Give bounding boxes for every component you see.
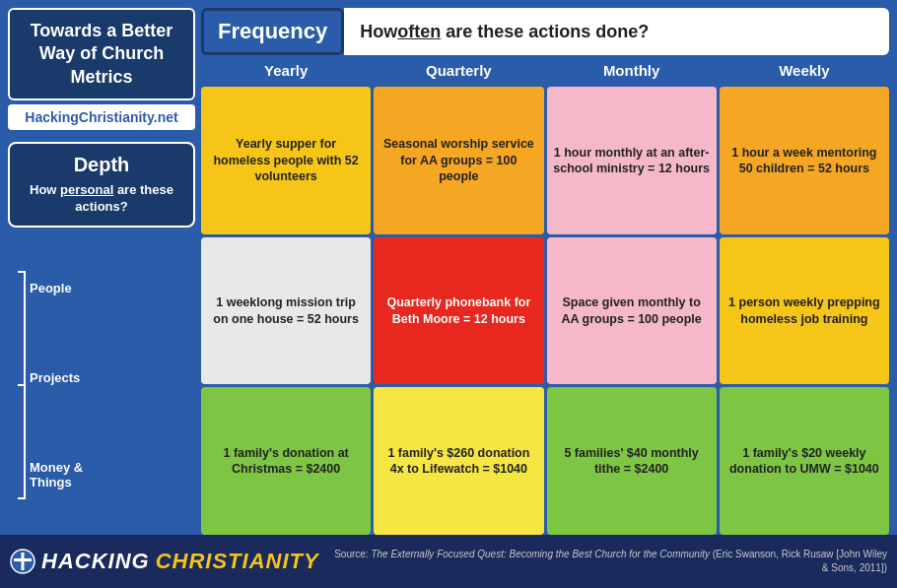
cell-money-monthly: 5 families' $40 monthly tithe = $2400 bbox=[547, 387, 717, 535]
col-header-quarterly: Quarterly bbox=[374, 57, 543, 84]
depth-description: How personal are these actions? bbox=[18, 182, 185, 216]
svg-rect-2 bbox=[14, 558, 32, 561]
grid-row-money: 1 family's donation at Christmas = $2400… bbox=[201, 387, 889, 535]
footer-logo: HACKING CHRISTIANITY bbox=[10, 549, 319, 574]
footer-source: Source: The Externally Focused Quest: Be… bbox=[327, 548, 887, 575]
cell-people-monthly: 1 hour monthly at an after-school minist… bbox=[547, 87, 717, 234]
footer-logo-text2: CHRISTIANITY bbox=[156, 549, 319, 574]
cell-projects-weekly: 1 person weekly prepping homeless job tr… bbox=[720, 237, 889, 385]
row-label-people: People bbox=[30, 281, 195, 295]
app-container: Towards a Better Way of Church Metrics H… bbox=[0, 0, 897, 588]
cross-icon bbox=[10, 549, 35, 574]
cell-people-weekly: 1 hour a week mentoring 50 children = 52… bbox=[720, 87, 889, 234]
col-header-weekly: Weekly bbox=[720, 57, 889, 84]
depth-bracket: People Projects Money &Things bbox=[8, 235, 195, 535]
cell-people-quarterly: Seasonal worship service for AA groups =… bbox=[374, 87, 543, 234]
frequency-question-box: How often are these actions done? bbox=[344, 8, 889, 55]
frequency-label-box: Frequency bbox=[201, 8, 344, 55]
col-header-yearly: Yearly bbox=[201, 57, 371, 84]
cell-money-yearly: 1 family's donation at Christmas = $2400 bbox=[201, 387, 371, 535]
depth-title: Depth bbox=[18, 154, 185, 176]
footer-logo-text: HACKING bbox=[41, 549, 150, 574]
grid-row-projects: 1 weeklong mission trip on one house = 5… bbox=[201, 237, 889, 385]
grid-rows: Yearly supper for homeless people with 5… bbox=[201, 87, 889, 535]
cell-people-yearly: Yearly supper for homeless people with 5… bbox=[201, 87, 371, 234]
col-header-monthly: Monthly bbox=[547, 57, 717, 84]
row-labels: People Projects Money &Things bbox=[30, 235, 195, 535]
cell-projects-yearly: 1 weeklong mission trip on one house = 5… bbox=[201, 237, 371, 385]
bracket-line bbox=[8, 235, 26, 535]
row-label-projects: Projects bbox=[30, 370, 195, 385]
row-label-money: Money &Things bbox=[30, 460, 195, 490]
bracket-mid-tick bbox=[18, 384, 26, 386]
website-label: HackingChristianity.net bbox=[25, 109, 177, 125]
cell-money-quarterly: 1 family's $260 donation 4x to Lifewatch… bbox=[374, 387, 543, 535]
column-headers: Yearly Quarterly Monthly Weekly bbox=[201, 57, 889, 84]
title-box: Towards a Better Way of Church Metrics bbox=[8, 8, 195, 100]
cell-projects-monthly: Space given monthly to AA groups = 100 p… bbox=[547, 237, 717, 385]
frequency-label: Frequency bbox=[218, 19, 327, 44]
main-area: Towards a Better Way of Church Metrics H… bbox=[0, 0, 897, 535]
right-panel: Frequency How often are these actions do… bbox=[201, 8, 889, 535]
bracket-bot-tick bbox=[18, 497, 26, 499]
cell-money-weekly: 1 family's $20 weekly donation to UMW = … bbox=[720, 387, 889, 535]
frequency-header-row: Frequency How often are these actions do… bbox=[201, 8, 889, 55]
bracket-top-tick bbox=[18, 271, 26, 273]
left-panel: Towards a Better Way of Church Metrics H… bbox=[8, 8, 195, 535]
depth-box: Depth How personal are these actions? bbox=[8, 142, 195, 228]
website-box: HackingChristianity.net bbox=[8, 104, 195, 130]
footer: HACKING CHRISTIANITY Source: The Externa… bbox=[0, 535, 897, 588]
depth-section: Depth How personal are these actions? Pe… bbox=[8, 142, 195, 535]
cell-projects-quarterly: Quarterly phonebank for Beth Moore = 12 … bbox=[374, 237, 543, 385]
main-title: Towards a Better Way of Church Metrics bbox=[31, 21, 173, 87]
grid-row-people: Yearly supper for homeless people with 5… bbox=[201, 87, 889, 234]
